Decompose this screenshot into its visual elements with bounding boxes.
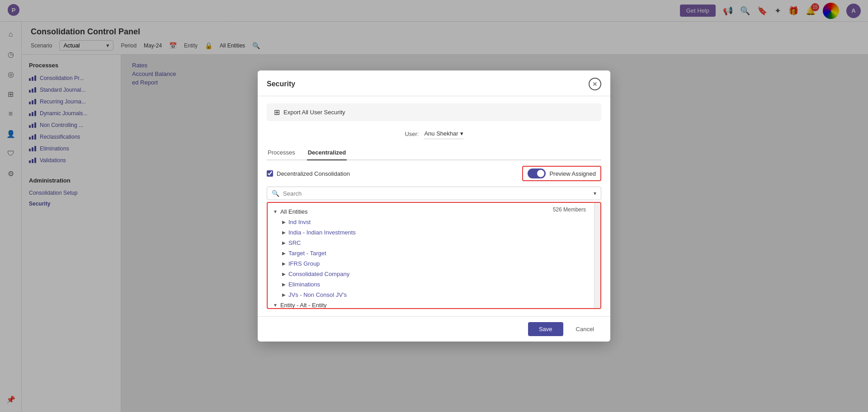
members-count: 526 Members (553, 206, 586, 213)
modal-header: Security ✕ (258, 70, 610, 96)
tree-item-ind-invst[interactable]: ▶ Ind Invst (277, 217, 600, 227)
decentralized-label: Decentralized Consolidation (277, 170, 350, 177)
expand-icon-consolidated: ▶ (282, 272, 286, 276)
tree-item-entity-alt[interactable]: ▼ Entity - Alt - Entity (268, 300, 600, 309)
decentralized-consolidation-checkbox[interactable]: Decentralized Consolidation (267, 170, 350, 177)
tree-item-ifrs[interactable]: ▶ IFRS Group (277, 258, 600, 269)
modal-footer: Save Cancel (258, 316, 610, 342)
user-label: User: (405, 131, 419, 137)
checkbox-toggle-row: Decentralized Consolidation Preview Assi… (267, 166, 601, 181)
expand-icon-ifrs: ▶ (282, 261, 286, 266)
tree-label-ifrs: IFRS Group (288, 260, 320, 267)
modal-tabs: Processes Decentralized (267, 146, 601, 160)
scrollbar[interactable] (594, 203, 600, 308)
expand-icon-ind-invst: ▶ (282, 220, 286, 225)
tree-label-consolidated-company: Consolidated Company (288, 271, 349, 277)
tree-item-india[interactable]: ▶ India - Indian Investments (277, 227, 600, 238)
expand-icon-eliminations: ▶ (282, 282, 286, 287)
chevron-down-icon[interactable]: ▾ (460, 128, 463, 139)
preview-assigned-toggle-row: Preview Assigned (522, 166, 601, 181)
tree-item-eliminations[interactable]: ▶ Eliminations (277, 279, 600, 290)
tab-processes[interactable]: Processes (267, 146, 296, 160)
user-value: Anu Shekhar (424, 128, 458, 139)
modal-title: Security (267, 80, 295, 88)
save-button[interactable]: Save (528, 322, 563, 336)
tree-label-all-entities: All Entities (280, 208, 308, 215)
tree-item-src[interactable]: ▶ SRC (277, 238, 600, 248)
expand-icon-india: ▶ (282, 230, 286, 235)
toggle-knob (537, 170, 544, 177)
tree-item-all-entities[interactable]: ▼ All Entities (268, 206, 600, 217)
cancel-button[interactable]: Cancel (569, 322, 601, 336)
expand-icon-all-entities: ▼ (273, 209, 278, 214)
tree-label-src: SRC (288, 239, 301, 246)
tab-decentralized[interactable]: Decentralized (307, 146, 347, 160)
tree-item-jvs[interactable]: ▶ JVs - Non Consol JV's (277, 290, 600, 300)
modal-body: ⊞ Export All User Security User: Anu She… (258, 96, 610, 316)
preview-assigned-toggle[interactable] (528, 169, 546, 178)
tree-label-india: India - Indian Investments (288, 229, 356, 236)
dropdown-chevron-icon[interactable]: ▾ (594, 190, 596, 197)
modal-overlay: Security ✕ ⊞ Export All User Security Us… (0, 0, 868, 412)
export-icon: ⊞ (274, 108, 280, 117)
user-dropdown-wrap: Anu Shekhar ▾ (424, 128, 463, 139)
search-icon: 🔍 (272, 190, 279, 197)
tree-label-ind-invst: Ind Invst (288, 219, 311, 225)
export-label: Export All User Security (283, 109, 345, 116)
user-selector-row: User: Anu Shekhar ▾ (267, 128, 601, 139)
tree-children: ▶ Ind Invst ▶ India - Indian Investments… (277, 217, 600, 300)
tree-label-entity-alt: Entity - Alt - Entity (280, 302, 327, 309)
security-modal: Security ✕ ⊞ Export All User Security Us… (258, 70, 610, 342)
tree-item-target[interactable]: ▶ Target - Target (277, 248, 600, 258)
tree-label-eliminations: Eliminations (288, 281, 320, 288)
expand-icon-entity-alt: ▼ (273, 303, 278, 308)
tree-label-jvs: JVs - Non Consol JV's (288, 291, 347, 298)
search-box: 🔍 ▾ (267, 187, 601, 200)
tree-item-consolidated-company[interactable]: ▶ Consolidated Company (277, 269, 600, 279)
search-input[interactable] (283, 190, 590, 197)
entity-tree: 526 Members ▼ All Entities ▶ Ind Invst ▶… (267, 202, 601, 309)
export-all-security-button[interactable]: ⊞ Export All User Security (267, 103, 601, 121)
decentralized-checkbox-input[interactable] (267, 170, 273, 177)
expand-icon-src: ▶ (282, 240, 286, 245)
preview-assigned-label: Preview Assigned (549, 170, 596, 177)
tree-label-target: Target - Target (288, 250, 326, 257)
modal-close-button[interactable]: ✕ (589, 78, 601, 90)
expand-icon-target: ▶ (282, 251, 286, 256)
expand-icon-jvs: ▶ (282, 292, 286, 297)
